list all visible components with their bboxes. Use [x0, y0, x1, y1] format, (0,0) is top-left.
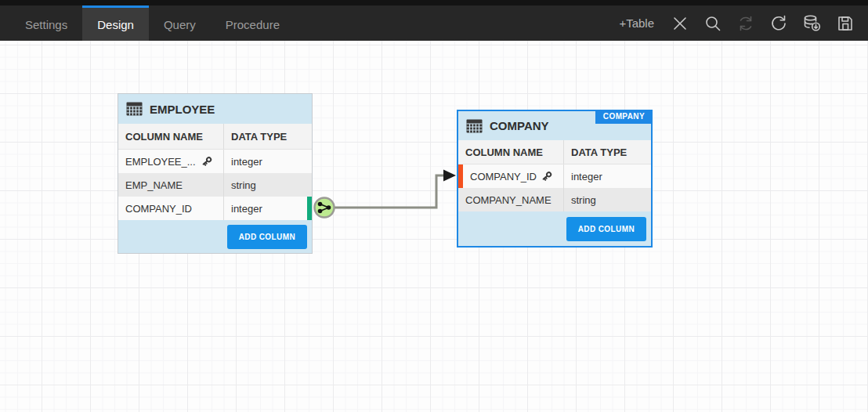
table-footer: ADD COLUMN	[458, 211, 651, 246]
schema-designer-app: Settings Design Query Procedure +Table	[0, 0, 868, 412]
relationship-source-marker[interactable]	[307, 197, 312, 220]
column-name-header: COLUMN NAME	[458, 140, 564, 164]
primary-key-icon	[201, 155, 213, 168]
table-footer: ADD COLUMN	[118, 220, 312, 253]
search-icon[interactable]	[703, 13, 723, 34]
entity-table-employee[interactable]: EMPLOYEE COLUMN NAME DATA TYPE EMPLOYEE_…	[118, 93, 313, 254]
tab-settings[interactable]: Settings	[10, 5, 82, 41]
data-type-cell: string	[224, 173, 312, 197]
table-name: COMPANY	[490, 119, 549, 132]
add-column-button[interactable]: ADD COLUMN	[566, 217, 646, 241]
add-table-button[interactable]: +Table	[619, 16, 654, 30]
top-navbar: Settings Design Query Procedure +Table	[0, 0, 868, 41]
relationship-target-marker[interactable]	[458, 164, 463, 188]
table-row[interactable]: COMPANY_ID integer	[458, 164, 651, 188]
table-grid-icon	[466, 119, 483, 133]
table-row[interactable]: EMPLOYEE_... integer	[118, 150, 312, 173]
relationship-arrowhead	[443, 170, 456, 182]
data-type-header: DATA TYPE	[224, 124, 312, 149]
column-name-cell: COMPANY_ID	[118, 197, 224, 220]
table-name: EMPLOYEE	[150, 103, 215, 116]
entity-table-company[interactable]: COMPANY COMPANY COLUMN NAME DATA TYPE	[457, 110, 653, 248]
add-column-button[interactable]: ADD COLUMN	[227, 225, 307, 249]
tab-procedure[interactable]: Procedure	[211, 5, 295, 41]
data-type-cell: integer	[224, 197, 312, 220]
column-name-cell: COMPANY_ID	[458, 164, 564, 188]
column-name-cell: COMPANY_NAME	[458, 188, 564, 211]
navbar-toolbar: +Table	[619, 5, 868, 41]
data-type-cell: integer	[224, 150, 312, 173]
table-row[interactable]: EMP_NAME string	[118, 173, 312, 197]
design-canvas[interactable]: EMPLOYEE COLUMN NAME DATA TYPE EMPLOYEE_…	[0, 41, 868, 412]
table-title-bar: EMPLOYEE	[118, 94, 312, 124]
primary-key-icon	[541, 170, 553, 183]
data-type-header: DATA TYPE	[564, 140, 651, 164]
table-row[interactable]: COMPANY_ID integer	[118, 197, 312, 220]
column-header-row: COLUMN NAME DATA TYPE	[458, 140, 651, 164]
column-header-row: COLUMN NAME DATA TYPE	[118, 124, 312, 150]
column-name-cell: EMP_NAME	[118, 173, 224, 197]
close-icon[interactable]	[670, 13, 690, 34]
column-name-header: COLUMN NAME	[118, 124, 224, 149]
column-name-cell: EMPLOYEE_...	[118, 150, 224, 173]
data-type-cell: string	[564, 188, 651, 211]
table-row[interactable]: COMPANY_NAME string	[458, 188, 651, 211]
table-grid-icon	[126, 102, 143, 116]
refresh-icon[interactable]	[769, 13, 789, 34]
data-type-cell: integer	[564, 164, 651, 188]
database-export-icon[interactable]	[801, 13, 823, 34]
relationship-node-icon	[315, 198, 335, 218]
sync-icon	[736, 13, 756, 34]
save-icon[interactable]	[835, 13, 855, 34]
main-tabs: Settings Design Query Procedure	[10, 5, 295, 41]
table-name-badge: COMPANY	[595, 110, 653, 124]
tab-query[interactable]: Query	[149, 5, 211, 41]
tab-design[interactable]: Design	[82, 5, 149, 41]
